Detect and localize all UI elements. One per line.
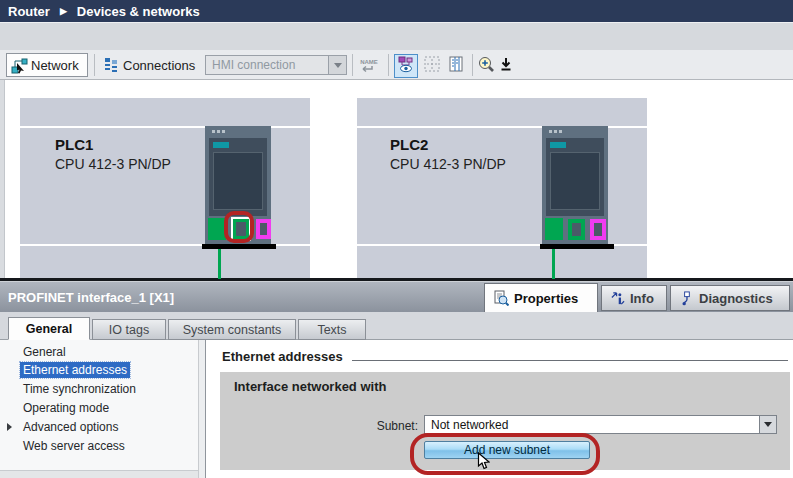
toolbar-separator: [94, 54, 95, 76]
network-view-icon: [397, 55, 415, 77]
tree-item-web-server-access[interactable]: Web server access: [20, 438, 128, 454]
tree-item-time-synchronization[interactable]: Time synchronization: [20, 381, 139, 397]
connection-type-combobox[interactable]: HMI connection: [205, 55, 347, 75]
fit-to-page-button[interactable]: [498, 54, 514, 78]
breadcrumb-current[interactable]: Devices & networks: [77, 4, 200, 19]
arrow-down-to-line-icon: [500, 57, 512, 76]
subtab-system-constants[interactable]: System constants: [168, 319, 296, 340]
device-strip: [357, 246, 647, 278]
title-gap-strip: [0, 22, 793, 50]
breadcrumb-root[interactable]: Router: [8, 4, 50, 19]
network-mode-label: Network: [31, 58, 79, 73]
toolbar-separator: [472, 54, 473, 76]
device-strip: [357, 98, 647, 126]
tia-portal-window: Router ▶ Devices & networks Network Conn…: [0, 0, 793, 478]
subnet-dropdown-button[interactable]: [759, 416, 776, 433]
subtab-texts[interactable]: Texts: [298, 319, 366, 340]
connection-type-value: HMI connection: [206, 58, 328, 72]
connections-icon: [102, 57, 118, 74]
annotation-ring-port: [224, 211, 254, 243]
plc2-base-bar: [540, 244, 614, 249]
cpu-led-dots: [549, 130, 562, 133]
grid-view-button[interactable]: [420, 54, 444, 78]
columns-icon: [447, 55, 465, 77]
split-columns-view-button[interactable]: [444, 54, 468, 78]
plc2-cpu-graphic[interactable]: [542, 126, 608, 246]
plc1-port-3[interactable]: [256, 219, 271, 239]
mouse-cursor-icon: [477, 452, 490, 475]
device-name[interactable]: PLC1: [55, 136, 93, 153]
subtab-label: Texts: [317, 323, 346, 337]
annotation-ring-button: [410, 433, 600, 475]
plc2-port-2[interactable]: [568, 219, 585, 240]
device-strip: [20, 246, 310, 278]
network-overview-toggle-button[interactable]: [394, 54, 418, 78]
diagnostics-tab-icon: [679, 291, 694, 306]
chevron-down-icon: [334, 63, 342, 68]
tab-diagnostics-label: Diagnostics: [699, 291, 773, 306]
tab-properties[interactable]: Properties: [484, 283, 598, 312]
name-tag-icon: NAME: [360, 59, 378, 74]
tab-info[interactable]: Info: [601, 285, 667, 311]
network-mode-button[interactable]: Network: [6, 53, 88, 77]
plc2-subnet-line: [552, 249, 555, 279]
subtab-general[interactable]: General: [8, 317, 90, 340]
subtab-label: IO tags: [109, 323, 149, 337]
network-toolbar: Network Connections HMI connection NAME: [0, 50, 793, 80]
breadcrumb: Router ▶ Devices & networks: [0, 0, 793, 22]
tree-item-operating-mode[interactable]: Operating mode: [20, 400, 112, 416]
toolbar-separator: [388, 54, 389, 76]
heading-rule: [352, 360, 788, 361]
tree-item-general[interactable]: General: [20, 344, 69, 360]
tree-expand-arrow-icon[interactable]: [7, 423, 12, 431]
tree-item-ethernet-addresses[interactable]: Ethernet addresses: [20, 362, 130, 378]
combo-dropdown-button[interactable]: [328, 56, 346, 74]
plc2-port-1[interactable]: [545, 218, 563, 240]
plc1-subnet-line: [218, 249, 221, 279]
plc1-base-bar: [202, 244, 276, 249]
tab-diagnostics[interactable]: Diagnostics: [670, 285, 790, 311]
show-device-names-button[interactable]: NAME: [357, 54, 381, 78]
chevron-down-icon: [764, 422, 772, 427]
tree-horizontal-scrollbar[interactable]: [0, 470, 198, 478]
device-name[interactable]: PLC2: [390, 136, 428, 153]
device-type: CPU 412-3 PN/DP: [55, 156, 171, 172]
device-type: CPU 412-3 PN/DP: [390, 156, 506, 172]
tree-scrollbar[interactable]: [198, 340, 206, 478]
info-tab-icon: [610, 291, 625, 306]
cpu-front-panel: [209, 138, 267, 216]
properties-title: PROFINET interface_1 [X1]: [8, 290, 174, 305]
subnet-dropdown[interactable]: Not networked: [424, 415, 777, 434]
cpu-front-panel: [546, 138, 604, 216]
plc2-port-3[interactable]: [590, 219, 606, 240]
cpu-label-chip: [213, 142, 229, 148]
cpu-label-chip: [550, 142, 566, 148]
cpu-display: [213, 152, 263, 210]
section-title: Interface networked with: [234, 379, 386, 394]
cpu-display: [550, 152, 600, 210]
content-heading: Ethernet addresses: [222, 349, 343, 364]
cpu-led-dots: [212, 130, 225, 133]
subtab-io-tags[interactable]: IO tags: [92, 319, 166, 340]
connections-label: Connections: [123, 58, 195, 73]
device-strip: [20, 98, 310, 126]
network-icon: [11, 57, 28, 74]
subnet-value: Not networked: [425, 418, 759, 432]
properties-tab-icon: [493, 290, 509, 306]
toolbar-separator: [352, 54, 353, 76]
zoom-button[interactable]: [476, 54, 496, 78]
connections-button[interactable]: Connections: [100, 53, 201, 77]
canvas-left-edge: [0, 80, 5, 278]
tree-item-advanced-options[interactable]: Advanced options: [20, 419, 121, 435]
subnet-label: Subnet:: [368, 419, 418, 433]
dashed-grid-icon: [423, 55, 441, 77]
subtab-label: General: [26, 322, 73, 336]
breadcrumb-arrow-icon: ▶: [60, 6, 67, 16]
subtab-label: System constants: [183, 323, 282, 337]
tab-properties-label: Properties: [514, 291, 578, 306]
zoom-in-icon: [477, 55, 495, 77]
tab-info-label: Info: [630, 291, 654, 306]
